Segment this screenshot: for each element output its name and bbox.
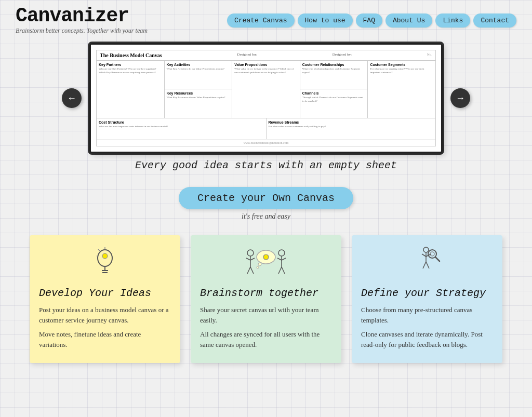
nav-item-about-us[interactable]: About Us [385,14,432,28]
feature-text-strategy-0: Choose from many pre-structured canvas t… [361,305,493,325]
hero-tagline: Every good idea starts with an empty she… [135,159,397,179]
svg-line-18 [278,267,282,274]
canvas-frame: The Business Model Canvas Designed for: … [89,43,443,153]
svg-line-19 [282,267,285,274]
svg-line-13 [250,267,254,274]
svg-line-6 [98,249,100,251]
bmc-title: The Business Model Canvas [100,52,162,58]
svg-line-26 [435,257,440,261]
cta-subtitle: it's free and easy [10,212,522,221]
header: Canvanizer Brainstorm better concepts. T… [0,0,532,38]
svg-line-31 [423,262,426,268]
main-nav: Create CanvasHow to useFAQAbout UsLinksC… [227,14,516,28]
feature-text-brainstorm-0: Share your secret canvas url with your t… [200,305,332,325]
svg-line-17 [282,258,286,260]
feature-card-develop: Develop Your IdeasPost your ideas on a b… [30,235,180,363]
svg-line-29 [422,254,426,257]
prev-arrow-button[interactable]: ← [62,88,82,108]
nav-item-create-canvas[interactable]: Create Canvas [227,14,294,28]
logo-subtitle: Brainstorm better concepts. Together wit… [16,27,148,35]
feature-card-brainstorm: Brainstorm togetherShare your secret can… [191,235,341,363]
svg-point-27 [423,247,429,252]
bmc-designed-by: Designed by: [332,52,352,58]
feature-text-develop-1: Move notes, finetune ideas and create va… [39,329,171,349]
brainstorm-icon [200,244,332,282]
svg-line-12 [247,267,250,274]
feature-text-strategy-1: Clone canvases and iterate dynamically. … [361,329,493,349]
bmc-footer: www.businessmodelgeneration.com [97,139,435,146]
svg-point-23 [263,254,269,260]
svg-line-16 [277,258,282,260]
feature-card-strategy: Define your StrategyChoose from many pre… [352,235,502,363]
svg-point-8 [247,250,254,256]
create-canvas-button[interactable]: Create your Own Canvas [179,187,353,209]
feature-title-develop: Develop Your Ideas [39,287,171,300]
feature-title-strategy: Define your Strategy [361,287,493,300]
logo-title: Canvanizer [16,6,148,26]
bmc-designed-for: Designed for: [237,52,257,58]
logo-area: Canvanizer Brainstorm better concepts. T… [16,6,148,35]
nav-item-links[interactable]: Links [435,14,470,28]
bmc-image: The Business Model Canvas Designed for: … [96,50,436,146]
hero-section: ← The Business Model Canvas Designed for… [0,38,532,179]
cta-section: Create your Own Canvas it's free and eas… [0,179,532,225]
nav-item-contact[interactable]: Contact [473,14,516,28]
nav-item-faq[interactable]: FAQ [356,14,382,28]
features-section: Develop Your IdeasPost your ideas on a b… [0,225,532,373]
svg-point-4 [102,253,108,259]
feature-text-develop-0: Post your ideas on a business model canv… [39,305,171,325]
svg-line-10 [246,258,250,260]
feature-text-brainstorm-1: All changes are synced for all users wit… [200,329,332,349]
next-arrow-button[interactable]: → [450,88,470,108]
nav-item-how-to-use[interactable]: How to use [298,14,353,28]
svg-line-32 [426,262,429,268]
develop-icon [39,244,171,282]
feature-title-brainstorm: Brainstorm together [200,287,332,300]
svg-point-21 [258,263,261,266]
strategy-icon [361,244,493,282]
svg-point-22 [257,266,259,268]
svg-line-11 [250,258,255,260]
svg-point-14 [278,250,285,256]
